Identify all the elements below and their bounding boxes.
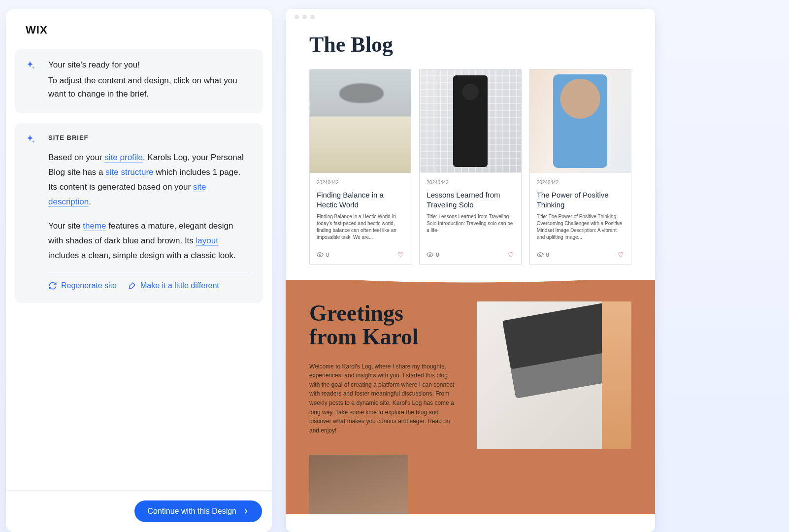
eye-icon: [537, 251, 544, 258]
greetings-secondary-image: [309, 455, 408, 514]
browser-dots: [286, 9, 655, 22]
view-count: 0: [317, 251, 329, 258]
assistant-panel: WIX Your site's ready for you! To adjust…: [6, 9, 272, 532]
regenerate-label: Regenerate site: [61, 281, 117, 290]
post-date: 20240442: [427, 180, 514, 185]
greetings-image: [477, 301, 631, 449]
make-different-label: Make it a little different: [140, 281, 219, 290]
greetings-section: Greetings from Karol Welcome to Karol's …: [286, 280, 655, 514]
post-title: Finding Balance in a Hectic World: [317, 190, 404, 209]
svg-point-0: [319, 254, 321, 256]
like-icon[interactable]: ♡: [508, 251, 514, 259]
view-count: 0: [427, 251, 439, 258]
svg-point-2: [539, 254, 541, 256]
post-date: 20240442: [537, 180, 624, 185]
site-profile-link[interactable]: site profile: [104, 153, 142, 163]
layout-link[interactable]: layout: [196, 236, 218, 246]
preview-content[interactable]: The Blog 20240442 Finding Balance in a H…: [286, 22, 655, 532]
post-card[interactable]: 20240442 The Power of Positive Thinking …: [529, 69, 631, 265]
regenerate-site-button[interactable]: Regenerate site: [48, 281, 117, 290]
post-excerpt: Title: The Power of Positive Thinking: O…: [537, 213, 624, 241]
post-title: The Power of Positive Thinking: [537, 190, 624, 209]
blog-heading: The Blog: [309, 32, 631, 57]
brief-divider: [48, 273, 249, 273]
like-icon[interactable]: ♡: [397, 251, 404, 259]
brief-heading: SITE BRIEF: [48, 134, 249, 141]
continue-button[interactable]: Continue with this Design: [134, 500, 262, 522]
blog-section: The Blog 20240442 Finding Balance in a H…: [286, 22, 655, 280]
post-image: [420, 69, 521, 173]
site-structure-link[interactable]: site structure: [105, 167, 153, 177]
chevron-right-icon: [242, 508, 249, 515]
assistant-message-card: Your site's ready for you! To adjust the…: [15, 49, 263, 113]
make-different-button[interactable]: Make it a little different: [128, 281, 219, 290]
sparkle-icon: [25, 134, 35, 147]
continue-label: Continue with this Design: [147, 507, 236, 516]
brief-paragraph-1: Based on your site profile, Karols Log, …: [48, 150, 249, 209]
greetings-body: Welcome to Karol's Log, where I share my…: [309, 362, 457, 435]
refresh-icon: [48, 281, 57, 290]
assistant-line-2: To adjust the content and design, click …: [48, 74, 249, 100]
like-icon[interactable]: ♡: [618, 251, 624, 259]
view-count: 0: [537, 251, 549, 258]
post-card[interactable]: 20240442 Finding Balance in a Hectic Wor…: [309, 69, 411, 265]
post-title: Lessons Learned from Traveling Solo: [427, 190, 514, 209]
svg-point-1: [429, 254, 431, 256]
theme-link[interactable]: theme: [83, 221, 106, 231]
sparkle-icon: [25, 60, 35, 73]
eye-icon: [427, 251, 433, 258]
post-excerpt: Finding Balance in a Hectic World In tod…: [317, 213, 404, 241]
assistant-line-1: Your site's ready for you!: [48, 60, 249, 70]
site-preview-window: The Blog 20240442 Finding Balance in a H…: [286, 9, 655, 532]
greetings-heading: Greetings from Karol: [309, 301, 457, 349]
panel-footer: Continue with this Design: [6, 490, 272, 532]
post-image: [530, 69, 631, 173]
eye-icon: [317, 251, 324, 258]
post-grid: 20240442 Finding Balance in a Hectic Wor…: [309, 69, 631, 265]
brief-paragraph-2: Your site theme features a mature, elega…: [48, 219, 249, 263]
post-image: [310, 69, 411, 173]
post-date: 20240442: [317, 180, 404, 185]
wix-logo: WIX: [15, 24, 263, 36]
post-card[interactable]: 20240442 Lessons Learned from Traveling …: [419, 69, 521, 265]
brief-actions: Regenerate site Make it a little differe…: [48, 281, 249, 290]
site-brief-card: SITE BRIEF Based on your site profile, K…: [15, 123, 263, 302]
post-excerpt: Title: Lessons Learned from Traveling So…: [427, 213, 514, 241]
brush-icon: [128, 281, 136, 290]
